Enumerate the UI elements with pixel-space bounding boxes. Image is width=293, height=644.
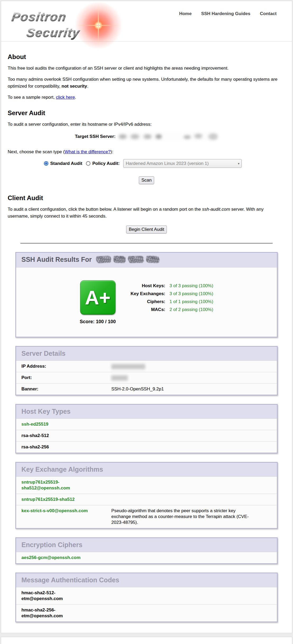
macs-panel: Message Authentication Codes hmac-sha2-5… bbox=[15, 573, 278, 622]
scan-button[interactable]: Scan bbox=[139, 176, 154, 184]
policy-audit-label: Policy Audit: bbox=[92, 161, 120, 166]
kex-name: sntrup761x25519-sha512@openssh.com bbox=[21, 479, 97, 491]
table-row: ssh-ed25519 bbox=[16, 418, 277, 430]
results-title-text: SSH Audit Results For bbox=[21, 256, 92, 263]
table-row: Banner: SSH-2.0-OpenSSH_9.2p1 bbox=[16, 383, 277, 395]
stat-value: 1 of 1 passing (100%) bbox=[170, 299, 213, 304]
site-footer: sshaudit.com Copyright 2017-2023 Positro… bbox=[1, 637, 292, 644]
about-p2-bold: not security bbox=[62, 84, 87, 89]
banner-value: SSH-2.0-OpenSSH_9.2p1 bbox=[97, 386, 277, 392]
ip-address-label: IP Address: bbox=[21, 363, 97, 369]
main-content-box: Positron Security Home SSH Hardening Gui… bbox=[1, 1, 292, 633]
begin-client-audit-button[interactable]: Begin Client Audit bbox=[126, 226, 167, 233]
client-audit-text: To audit a client configuration, click t… bbox=[8, 207, 202, 212]
target-server-row: Target SSH Server: bbox=[8, 132, 285, 142]
policy-select-value: Hardened Amazon Linux 2023 (version 1) bbox=[126, 161, 209, 166]
banner-label: Banner: bbox=[21, 386, 97, 392]
grade-badge-wrap: A+ Score: 100 / 100 bbox=[80, 280, 116, 325]
server-details-panel: Server Details IP Address: Port: Banner:… bbox=[15, 346, 278, 395]
about-p2-text: Too many admins overlook SSH configurati… bbox=[8, 77, 277, 89]
page-content: About This free tool audits the configur… bbox=[1, 53, 292, 622]
table-row: hmac-sha2-256-etm@openssh.com bbox=[16, 604, 277, 622]
table-row: rsa-sha2-512 bbox=[16, 430, 277, 441]
sample-report-link[interactable]: click here bbox=[56, 95, 75, 100]
sample-report-text: To see a sample report, bbox=[8, 95, 56, 100]
scan-type-line: Next, choose the scan type (What is the … bbox=[8, 148, 285, 155]
host-key-types-panel: Host Key Types ssh-ed25519 rsa-sha2-512 … bbox=[15, 404, 278, 453]
stat-label: Ciphers: bbox=[131, 299, 165, 304]
table-row: sntrup761x25519-sha512 bbox=[16, 494, 277, 505]
standard-audit-label: Standard Audit bbox=[50, 161, 82, 166]
cipher-note bbox=[97, 555, 277, 561]
redacted-hostname bbox=[96, 256, 162, 264]
policy-select[interactable]: Hardened Amazon Linux 2023 (version 1) ▾ bbox=[123, 159, 242, 168]
stat-label: Key Exchanges: bbox=[131, 291, 165, 296]
about-paragraph-2: Too many admins overlook SSH configurati… bbox=[8, 76, 285, 90]
logo-text-security: Security bbox=[25, 25, 81, 40]
about-heading: About bbox=[8, 53, 285, 61]
scan-type-text: Next, choose the scan type ( bbox=[8, 149, 65, 154]
main-nav: Home SSH Hardening Guides Contact bbox=[179, 11, 277, 16]
target-server-input[interactable] bbox=[116, 132, 218, 142]
kex-name: kex-strict-s-v00@openssh.com bbox=[21, 508, 97, 525]
ssh-audit-results-panel: SSH Audit Results For A+ Score: 100 / 10… bbox=[15, 252, 278, 337]
table-row: Port: bbox=[16, 372, 277, 383]
host-key-note bbox=[97, 444, 277, 450]
mac-note bbox=[97, 607, 277, 619]
grade-badge: A+ bbox=[80, 280, 116, 315]
host-key-name: rsa-sha2-256 bbox=[21, 444, 97, 450]
results-body: A+ Score: 100 / 100 Host Keys: 3 of 3 pa… bbox=[16, 268, 277, 337]
encryption-ciphers-panel: Encryption Ciphers aes256-gcm@openssh.co… bbox=[15, 537, 278, 564]
stat-value: 3 of 3 passing (100%) bbox=[170, 283, 213, 289]
nav-ssh-hardening-guides[interactable]: SSH Hardening Guides bbox=[201, 11, 250, 16]
mac-name: hmac-sha2-512-etm@openssh.com bbox=[21, 590, 97, 602]
about-paragraph-1: This free tool audits the configuration … bbox=[8, 65, 285, 72]
positron-security-logo[interactable]: Positron Security bbox=[11, 4, 127, 41]
cipher-name: aes256-gcm@openssh.com bbox=[21, 555, 97, 561]
server-audit-heading: Server Audit bbox=[8, 109, 285, 117]
kex-note: Pseudo-algorithm that denotes the peer s… bbox=[97, 508, 277, 525]
port-label: Port: bbox=[21, 375, 97, 381]
key-exchange-header: Key Exchange Algorithms bbox=[16, 463, 277, 476]
host-key-name: ssh-ed25519 bbox=[21, 421, 97, 427]
nav-home[interactable]: Home bbox=[179, 11, 191, 16]
policy-audit-radio[interactable] bbox=[86, 161, 90, 166]
encryption-ciphers-header: Encryption Ciphers bbox=[16, 538, 277, 552]
host-key-types-header: Host Key Types bbox=[16, 405, 277, 418]
scan-type-difference-link[interactable]: What is the difference? bbox=[65, 149, 111, 154]
table-row: kex-strict-s-v00@openssh.comPseudo-algor… bbox=[16, 505, 277, 528]
host-key-name: rsa-sha2-512 bbox=[21, 433, 97, 439]
port-value bbox=[97, 375, 277, 381]
client-audit-heading: Client Audit bbox=[8, 194, 285, 202]
server-details-header: Server Details bbox=[16, 347, 277, 361]
standard-audit-radio[interactable] bbox=[44, 161, 48, 166]
key-exchange-panel: Key Exchange Algorithms sntrup761x25519-… bbox=[15, 462, 278, 529]
mac-name: hmac-sha2-256-etm@openssh.com bbox=[21, 607, 97, 619]
chevron-down-icon: ▾ bbox=[238, 162, 239, 165]
stat-label: MACs: bbox=[131, 307, 165, 312]
host-key-note bbox=[97, 421, 277, 427]
table-row: IP Address: bbox=[16, 361, 277, 372]
results-panel-header: SSH Audit Results For bbox=[16, 253, 277, 268]
about-p2-period: . bbox=[87, 84, 88, 89]
starburst-icon bbox=[75, 2, 122, 49]
score-label: Score: 100 / 100 bbox=[80, 319, 116, 325]
table-row: sntrup761x25519-sha512@openssh.com bbox=[16, 476, 277, 494]
host-key-note bbox=[97, 433, 277, 439]
stat-value: 2 of 2 passing (100%) bbox=[170, 307, 213, 312]
kex-note bbox=[97, 497, 277, 502]
stat-value: 3 of 3 passing (100%) bbox=[170, 291, 213, 296]
macs-header: Message Authentication Codes bbox=[16, 573, 277, 587]
sample-report-period: . bbox=[75, 95, 76, 100]
client-audit-paragraph: To audit a client configuration, click t… bbox=[8, 206, 285, 220]
nav-contact[interactable]: Contact bbox=[260, 11, 277, 16]
stat-label: Host Keys: bbox=[131, 283, 165, 289]
redacted-ip bbox=[111, 364, 145, 369]
ip-address-value bbox=[97, 363, 277, 369]
kex-note bbox=[97, 479, 277, 491]
about-paragraph-3: To see a sample report, click here. bbox=[8, 94, 285, 101]
scan-type-radio-row: Standard Audit Policy Audit: Hardened Am… bbox=[44, 159, 285, 168]
redacted-port bbox=[111, 375, 128, 381]
table-row: rsa-sha2-256 bbox=[16, 441, 277, 453]
site-header: Positron Security Home SSH Hardening Gui… bbox=[1, 1, 292, 42]
